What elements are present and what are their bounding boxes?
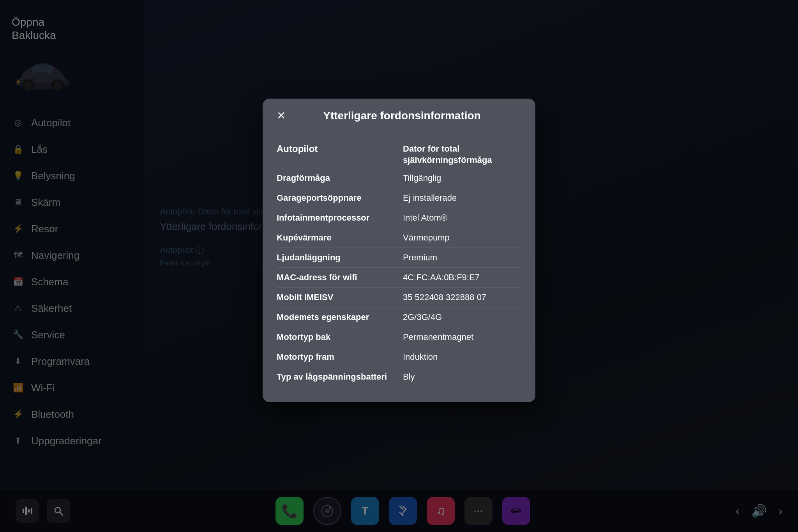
info-row-ljud: Ljudanläggning Premium — [277, 248, 521, 268]
modal-dialog: ✕ Ytterligare fordonsinformation Autopil… — [263, 99, 535, 402]
info-label-mac: MAC-adress för wifi — [277, 272, 403, 283]
info-row-infotainment: Infotainmentprocessor Intel Atom® — [277, 208, 521, 228]
info-label-imeisv: Mobilt IMEISV — [277, 292, 403, 302]
info-row-batteri: Typ av lågspänningsbatteri Bly — [277, 367, 521, 387]
info-value-mac: 4C:FC:AA:0B:F9:E7 — [403, 272, 521, 283]
info-label-batteri: Typ av lågspänningsbatteri — [277, 372, 403, 382]
info-row-motortyp-fram: Motortyp fram Induktion — [277, 347, 521, 367]
info-value-kupevärmare: Värmepump — [403, 233, 521, 243]
info-row-mac: MAC-adress för wifi 4C:FC:AA:0B:F9:E7 — [277, 268, 521, 288]
info-label-autopilot: Autopilot — [277, 143, 403, 154]
info-label-garage: Garageportsöppnare — [277, 193, 403, 203]
info-value-imeisv: 35 522408 322888 07 — [403, 292, 521, 302]
info-label-motortyp-fram: Motortyp fram — [277, 352, 403, 362]
info-label-infotainment: Infotainmentprocessor — [277, 213, 403, 223]
info-row-kupevärmare: Kupévärmare Värmepump — [277, 228, 521, 248]
info-label-motortyp-bak: Motortyp bak — [277, 332, 403, 342]
info-label-kupevärmare: Kupévärmare — [277, 233, 403, 243]
modal-title: Ytterligare fordonsinformation — [293, 110, 510, 122]
info-row-autopilot-header: Autopilot Dator för totalsjälvkörningsfö… — [277, 138, 521, 168]
modal-overlay: ✕ Ytterligare fordonsinformation Autopil… — [0, 0, 798, 532]
info-row-imeisv: Mobilt IMEISV 35 522408 322888 07 — [277, 288, 521, 308]
info-label-ljud: Ljudanläggning — [277, 253, 403, 263]
modal-body: Autopilot Dator för totalsjälvkörningsfö… — [263, 134, 535, 387]
info-label-modem: Modemets egenskaper — [277, 312, 403, 322]
info-row-dragformaga: Dragförmåga Tillgänglig — [277, 168, 521, 188]
info-value-garage: Ej installerade — [403, 193, 521, 203]
info-value-autopilot: Dator för totalsjälvkörningsförmåga — [403, 143, 521, 166]
info-row-modem: Modemets egenskaper 2G/3G/4G — [277, 308, 521, 327]
info-value-ljud: Premium — [403, 253, 521, 263]
info-value-motortyp-bak: Permanentmagnet — [403, 332, 521, 342]
info-value-batteri: Bly — [403, 372, 521, 382]
info-row-garage: Garageportsöppnare Ej installerade — [277, 188, 521, 208]
info-row-motortyp-bak: Motortyp bak Permanentmagnet — [277, 327, 521, 347]
info-value-modem: 2G/3G/4G — [403, 312, 521, 322]
info-value-infotainment: Intel Atom® — [403, 213, 521, 223]
info-value-motortyp-fram: Induktion — [403, 352, 521, 362]
info-label-dragformaga: Dragförmåga — [277, 173, 403, 183]
modal-header: ✕ Ytterligare fordonsinformation — [263, 99, 535, 130]
info-value-dragformaga: Tillgänglig — [403, 173, 521, 183]
modal-close-button[interactable]: ✕ — [277, 110, 286, 121]
